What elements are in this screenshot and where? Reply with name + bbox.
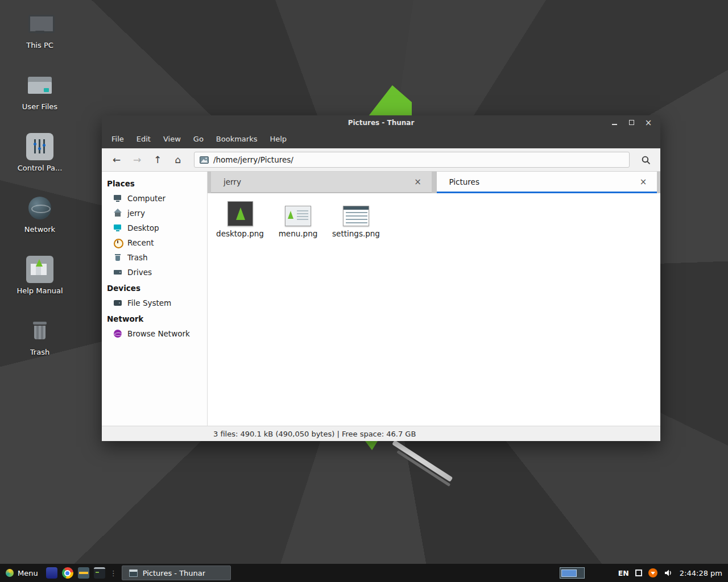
applications-menu-button[interactable]: Menu bbox=[0, 564, 44, 582]
search-icon[interactable] bbox=[636, 151, 655, 168]
thunar-window: Pictures - Thunar × File Edit View Go Bo… bbox=[102, 115, 660, 441]
window-titlebar[interactable]: Pictures - Thunar × bbox=[102, 115, 660, 130]
distro-menu-icon bbox=[6, 569, 14, 577]
sidebar-item-drives[interactable]: Drives bbox=[102, 265, 207, 280]
taskbar-task-pictures-thunar[interactable]: Pictures - Thunar bbox=[122, 566, 231, 580]
sidebar-header-network: Network bbox=[102, 310, 207, 326]
desktop-icon-help-manual[interactable]: Help Manual bbox=[6, 256, 74, 295]
sidebar-item-recent[interactable]: Recent bbox=[102, 235, 207, 250]
file-name: desktop.png bbox=[216, 229, 264, 238]
sidebar-item-computer[interactable]: Computer bbox=[102, 191, 207, 206]
menu-view[interactable]: View bbox=[157, 131, 187, 147]
workspace-pager[interactable] bbox=[560, 567, 585, 579]
menubar: File Edit View Go Bookmarks Help bbox=[102, 130, 660, 148]
desktop-icon-user-files[interactable]: User Files bbox=[6, 72, 74, 111]
window-title: Pictures - Thunar bbox=[348, 119, 415, 127]
image-thumbnail bbox=[285, 206, 311, 226]
computer-icon bbox=[113, 194, 122, 203]
home-icon bbox=[113, 209, 122, 218]
globe-icon bbox=[26, 194, 53, 222]
path-bar[interactable]: /home/jerry/Pictures/ bbox=[194, 152, 630, 168]
sidebar-item-label: Trash bbox=[127, 253, 148, 262]
sidebar-item-trash[interactable]: Trash bbox=[102, 250, 207, 265]
sidebar-header-places: Places bbox=[102, 175, 207, 191]
taskbar: Menu ⋮ Pictures - Thunar EN 2:44:28 pm bbox=[0, 564, 728, 582]
desktop-icon-label: Help Manual bbox=[16, 286, 63, 295]
desktop-icon-label: User Files bbox=[22, 102, 57, 111]
file-view[interactable]: desktop.png menu.png settings.png bbox=[208, 193, 660, 426]
sidebar-item-label: Drives bbox=[127, 268, 152, 277]
terminal-icon bbox=[94, 567, 105, 579]
sidebar-item-label: jerry bbox=[127, 209, 145, 218]
tab-pictures[interactable]: Pictures × bbox=[437, 172, 657, 193]
desktop-icon-trash[interactable]: Trash bbox=[6, 317, 74, 356]
desktop-icon-column: This PC User Files Control Pa... Network… bbox=[6, 10, 74, 379]
volume-icon[interactable] bbox=[664, 568, 673, 578]
home-icon[interactable]: ⌂ bbox=[169, 151, 187, 168]
up-icon[interactable]: ↑ bbox=[148, 151, 167, 168]
trash-icon bbox=[113, 253, 122, 262]
keyboard-layout-indicator[interactable]: EN bbox=[618, 569, 629, 577]
hard-disk-icon bbox=[113, 298, 122, 307]
thunar-window-icon bbox=[129, 569, 138, 577]
sidebar-item-browse-network[interactable]: Browse Network bbox=[102, 326, 207, 341]
network-globe-icon bbox=[113, 329, 122, 338]
sidebar-header-devices: Devices bbox=[102, 280, 207, 296]
main-pane: jerry × Pictures × desktop.png menu.png bbox=[208, 172, 660, 426]
tab-jerry[interactable]: jerry × bbox=[211, 172, 432, 193]
back-icon[interactable]: ← bbox=[107, 151, 126, 168]
launcher-file-manager[interactable] bbox=[44, 564, 60, 582]
chrome-icon bbox=[62, 567, 73, 579]
image-file-icon bbox=[200, 156, 209, 164]
sidebar-item-home[interactable]: jerry bbox=[102, 206, 207, 221]
file-desktop-png[interactable]: desktop.png bbox=[212, 198, 268, 238]
path-text[interactable]: /home/jerry/Pictures/ bbox=[213, 155, 293, 164]
sidebar-item-label: Browse Network bbox=[127, 329, 190, 338]
desktop-icon-control-panel[interactable]: Control Pa... bbox=[6, 133, 74, 172]
task-button-label: Pictures - Thunar bbox=[143, 569, 205, 577]
desktop-icon-label: Network bbox=[24, 225, 55, 234]
clock-icon bbox=[113, 238, 122, 247]
file-menu-png[interactable]: menu.png bbox=[270, 198, 326, 238]
tab-close-icon[interactable]: × bbox=[638, 176, 649, 188]
minimize-button[interactable] bbox=[606, 115, 623, 130]
clock[interactable]: 2:44:28 pm bbox=[680, 569, 722, 577]
status-text: 3 files: 490.1 kB (490,050 bytes) | Free… bbox=[213, 430, 416, 438]
window-content: Places Computer jerry Desktop Recent Tra… bbox=[102, 172, 660, 426]
tab-close-icon[interactable]: × bbox=[412, 176, 424, 188]
sidebar-item-file-system[interactable]: File System bbox=[102, 296, 207, 310]
launcher-archive[interactable] bbox=[76, 564, 92, 582]
desktop-icon-label: Trash bbox=[30, 348, 49, 356]
menu-edit[interactable]: Edit bbox=[130, 131, 157, 147]
tab-bar: jerry × Pictures × bbox=[208, 172, 660, 193]
tray-app-icon[interactable] bbox=[635, 569, 642, 576]
forward-icon[interactable]: → bbox=[128, 151, 146, 168]
menu-file[interactable]: File bbox=[105, 131, 130, 147]
menu-bookmarks[interactable]: Bookmarks bbox=[210, 131, 264, 147]
launcher-terminal[interactable] bbox=[92, 564, 107, 582]
close-button[interactable]: × bbox=[640, 115, 657, 130]
desktop-icon-network[interactable]: Network bbox=[6, 194, 74, 234]
window-controls: × bbox=[606, 115, 657, 130]
status-bar: 3 files: 490.1 kB (490,050 bytes) | Free… bbox=[102, 426, 660, 441]
menu-go[interactable]: Go bbox=[187, 131, 210, 147]
update-notifier-icon[interactable] bbox=[648, 568, 657, 577]
sliders-icon bbox=[26, 133, 53, 160]
desktop-icon-this-pc[interactable]: This PC bbox=[6, 10, 74, 49]
trash-icon bbox=[26, 317, 53, 344]
file-name: settings.png bbox=[332, 229, 380, 238]
menu-help[interactable]: Help bbox=[263, 131, 293, 147]
tab-label: jerry bbox=[224, 177, 241, 186]
launcher-browser[interactable] bbox=[60, 564, 76, 582]
folder-icon bbox=[26, 72, 53, 99]
system-tray: EN 2:44:28 pm bbox=[560, 567, 728, 579]
sidebar-item-desktop[interactable]: Desktop bbox=[102, 221, 207, 235]
toolbar: ← → ↑ ⌂ /home/jerry/Pictures/ bbox=[102, 148, 660, 172]
menu-button-label: Menu bbox=[18, 569, 38, 577]
sidebar-item-label: Computer bbox=[127, 194, 166, 203]
sidebar-item-label: Recent bbox=[127, 238, 154, 247]
maximize-button[interactable] bbox=[623, 115, 640, 130]
file-name: menu.png bbox=[279, 229, 318, 238]
panel-overflow-icon[interactable]: ⋮ bbox=[107, 569, 119, 577]
file-settings-png[interactable]: settings.png bbox=[328, 198, 384, 238]
